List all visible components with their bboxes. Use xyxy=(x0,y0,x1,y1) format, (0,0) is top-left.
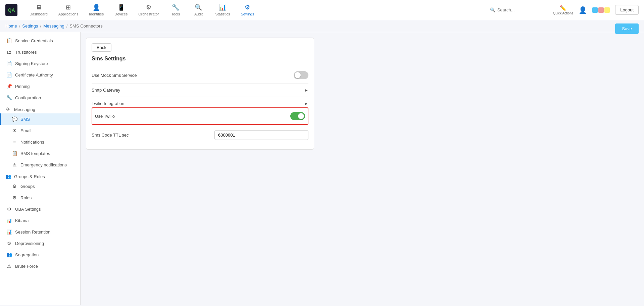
sidebar-item-truststores[interactable]: 🗂 Truststores xyxy=(0,46,80,58)
breadcrumb-messaging[interactable]: Messaging xyxy=(43,23,64,29)
quick-actions-icon: ✏️ xyxy=(560,5,566,11)
applications-icon: ⊞ xyxy=(66,4,71,11)
truststores-icon: 🗂 xyxy=(6,49,12,55)
sidebar-item-certificate-authority[interactable]: 📄 Certificate Authority xyxy=(0,69,80,81)
tools-icon: 🔧 xyxy=(172,4,179,11)
user-avatar[interactable]: 👤 xyxy=(579,6,587,14)
twilio-integration-row[interactable]: Twilio Integration ► xyxy=(92,97,308,106)
brute-force-icon: ⚠ xyxy=(6,263,12,269)
sidebar: 📋 Service Credentials 🗂 Truststores 📄 Si… xyxy=(0,32,81,305)
sms-icon: 💬 xyxy=(12,116,17,122)
breadcrumb-current: SMS Connectors xyxy=(69,23,102,29)
sidebar-item-groups[interactable]: ⚙ Groups xyxy=(0,181,80,192)
use-mock-sms-row: Use Mock Sms Service xyxy=(92,67,308,84)
session-retention-icon: 📊 xyxy=(6,229,12,235)
groups-roles-section-icon: 👥 xyxy=(5,174,11,179)
sidebar-item-notifications[interactable]: ≡ Notifications xyxy=(0,136,80,148)
roles-icon: ⚙ xyxy=(12,195,17,200)
nav-dashboard[interactable]: 🖥 Dashboard xyxy=(26,2,52,18)
use-mock-sms-track xyxy=(294,71,308,79)
logo[interactable]: QA xyxy=(5,4,17,16)
sidebar-item-configuration[interactable]: 🔧 Configuration xyxy=(0,92,80,103)
emergency-notifications-icon: ⚠ xyxy=(12,162,17,167)
sidebar-item-service-credentials[interactable]: 📋 Service Credentials xyxy=(0,35,80,46)
sms-code-ttl-label: Sms Code TTL sec xyxy=(92,133,129,138)
sidebar-item-pinning[interactable]: 📌 Pinning xyxy=(0,81,80,92)
identities-icon: 👤 xyxy=(93,4,100,11)
deprovisioning-icon: ⚙ xyxy=(6,241,12,246)
sidebar-item-roles[interactable]: ⚙ Roles xyxy=(0,192,80,203)
nav-devices[interactable]: 📱 Devices xyxy=(110,2,132,18)
uba-settings-icon: ⚙ xyxy=(6,206,12,212)
nav-audit[interactable]: 🔍 Audit xyxy=(188,2,208,18)
panel-title: Sms Settings xyxy=(92,56,308,62)
use-twilio-label: Use Twilio xyxy=(95,114,115,119)
logout-button[interactable]: Logout xyxy=(615,5,639,15)
swatch-red xyxy=(598,7,604,13)
top-navigation: QA 🖥 Dashboard ⊞ Applications 👤 Identiti… xyxy=(0,0,644,20)
use-twilio-highlighted: Use Twilio xyxy=(92,107,308,125)
sidebar-item-sms-templates[interactable]: 📋 SMS templates xyxy=(0,148,80,159)
back-button[interactable]: Back xyxy=(92,43,111,52)
main-layout: 📋 Service Credentials 🗂 Truststores 📄 Si… xyxy=(0,32,644,305)
nav-tools[interactable]: 🔧 Tools xyxy=(165,2,186,18)
sidebar-section-messaging[interactable]: ✈ Messaging xyxy=(0,103,80,113)
swatch-yellow xyxy=(604,7,610,13)
use-twilio-track xyxy=(290,112,305,120)
sidebar-section-groups-roles[interactable]: 👥 Groups & Roles xyxy=(0,170,80,181)
search-input[interactable] xyxy=(497,7,544,12)
use-mock-sms-toggle[interactable] xyxy=(294,71,308,79)
nav-orchestrator[interactable]: ⚙ Orchestrator xyxy=(134,2,163,18)
email-icon: ✉ xyxy=(12,128,17,133)
service-credentials-icon: 📋 xyxy=(6,38,12,43)
sidebar-item-session-retention[interactable]: 📊 Session Retention xyxy=(0,226,80,238)
nav-identities[interactable]: 👤 Identities xyxy=(85,2,108,18)
sidebar-item-sms[interactable]: 💬 SMS xyxy=(0,113,80,125)
smtp-gateway-label: Smtp Gateway xyxy=(92,88,120,93)
sms-code-ttl-input[interactable] xyxy=(214,130,308,140)
settings-icon: ⚙ xyxy=(245,4,250,11)
sms-code-ttl-row: Sms Code TTL sec xyxy=(92,126,308,144)
breadcrumb-bar: Home / Settings / Messaging / SMS Connec… xyxy=(0,20,644,32)
sidebar-item-emergency-notifications[interactable]: ⚠ Emergency notifications xyxy=(0,159,80,170)
search-box[interactable]: 🔍 xyxy=(487,6,548,14)
groups-icon: ⚙ xyxy=(12,184,17,189)
sidebar-item-uba-settings[interactable]: ⚙ UBA Settings xyxy=(0,203,80,215)
color-swatches xyxy=(592,7,610,13)
sidebar-item-segregation[interactable]: 👥 Segregation xyxy=(0,249,80,260)
use-twilio-thumb xyxy=(298,113,304,119)
statistics-icon: 📊 xyxy=(219,4,226,11)
messaging-section-icon: ✈ xyxy=(5,107,11,112)
content-area: Back Sms Settings Use Mock Sms Service S… xyxy=(81,32,644,305)
sidebar-item-brute-force[interactable]: ⚠ Brute Force xyxy=(0,260,80,272)
breadcrumb-settings[interactable]: Settings xyxy=(22,23,38,29)
save-button[interactable]: Save xyxy=(615,23,639,34)
search-icon: 🔍 xyxy=(490,7,495,12)
nav-settings[interactable]: ⚙ Settings xyxy=(237,2,258,18)
sidebar-item-email[interactable]: ✉ Email xyxy=(0,125,80,136)
smtp-gateway-row[interactable]: Smtp Gateway ► xyxy=(92,84,308,97)
segregation-icon: 👥 xyxy=(6,252,12,257)
configuration-icon: 🔧 xyxy=(6,95,12,100)
quick-actions[interactable]: ✏️ Quick Actions xyxy=(553,5,574,15)
certificate-authority-icon: 📄 xyxy=(6,72,12,78)
notifications-icon: ≡ xyxy=(12,139,17,145)
nav-statistics[interactable]: 📊 Statistics xyxy=(211,2,234,18)
kibana-icon: 📊 xyxy=(6,218,12,223)
dashboard-icon: 🖥 xyxy=(36,4,42,11)
breadcrumb: Home / Settings / Messaging / SMS Connec… xyxy=(0,20,108,32)
sidebar-item-signing-keystore[interactable]: 📄 Signing Keystore xyxy=(0,58,80,69)
settings-panel: Back Sms Settings Use Mock Sms Service S… xyxy=(86,38,314,150)
devices-icon: 📱 xyxy=(117,4,125,11)
breadcrumb-home[interactable]: Home xyxy=(5,23,17,29)
pinning-icon: 📌 xyxy=(6,84,12,89)
twilio-integration-label: Twilio Integration xyxy=(92,101,125,106)
use-mock-sms-thumb xyxy=(295,72,301,78)
nav-applications[interactable]: ⊞ Applications xyxy=(54,2,82,18)
sms-templates-icon: 📋 xyxy=(12,151,17,156)
smtp-gateway-expand-icon: ► xyxy=(304,88,308,93)
sidebar-item-deprovisioning[interactable]: ⚙ Deprovisioning xyxy=(0,238,80,249)
sidebar-item-kibana[interactable]: 📊 Kibana xyxy=(0,215,80,226)
use-twilio-toggle[interactable] xyxy=(290,112,305,120)
use-mock-sms-label: Use Mock Sms Service xyxy=(92,73,137,78)
